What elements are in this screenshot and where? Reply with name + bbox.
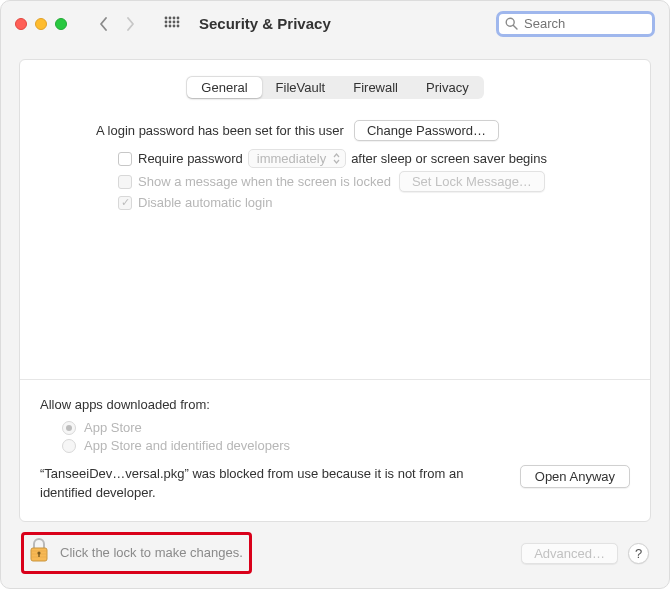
search-field[interactable]	[496, 11, 655, 37]
advanced-button: Advanced…	[521, 543, 618, 564]
svg-point-0	[165, 16, 168, 19]
search-input[interactable]	[524, 16, 646, 31]
titlebar: Security & Privacy	[1, 1, 669, 47]
svg-line-13	[513, 25, 517, 29]
after-sleep-label: after sleep or screen saver begins	[351, 151, 547, 166]
help-button[interactable]: ?	[628, 543, 649, 564]
require-password-delay-select: immediately	[248, 149, 346, 168]
preferences-window: Security & Privacy General FileVault Fir…	[0, 0, 670, 589]
tab-privacy[interactable]: Privacy	[412, 77, 483, 98]
svg-point-7	[177, 20, 180, 23]
radio-identified-devs	[62, 439, 76, 453]
require-password-delay-value: immediately	[257, 151, 326, 166]
allow-apps-section: Allow apps downloaded from: App Store Ap…	[40, 394, 630, 521]
svg-point-4	[165, 20, 168, 23]
svg-point-6	[173, 20, 176, 23]
lock-area-highlight: Click the lock to make changes.	[21, 532, 252, 574]
tab-firewall[interactable]: Firewall	[339, 77, 412, 98]
require-password-label: Require password	[138, 151, 243, 166]
svg-point-10	[173, 24, 176, 27]
show-message-checkbox	[118, 175, 132, 189]
svg-point-1	[169, 16, 172, 19]
zoom-window-button[interactable]	[55, 18, 67, 30]
back-button[interactable]	[93, 13, 115, 35]
svg-rect-19	[38, 553, 39, 557]
tab-general[interactable]: General	[187, 77, 261, 98]
search-icon	[505, 17, 518, 30]
svg-point-5	[169, 20, 172, 23]
radio-identified-devs-label: App Store and identified developers	[84, 438, 290, 453]
svg-point-8	[165, 24, 168, 27]
svg-point-9	[169, 24, 172, 27]
tab-filevault[interactable]: FileVault	[262, 77, 340, 98]
window-title: Security & Privacy	[199, 15, 331, 32]
footer: Click the lock to make changes. Advanced…	[1, 522, 669, 588]
allow-apps-heading: Allow apps downloaded from:	[40, 397, 210, 412]
radio-app-store-label: App Store	[84, 420, 142, 435]
divider	[20, 379, 650, 380]
close-window-button[interactable]	[15, 18, 27, 30]
minimize-window-button[interactable]	[35, 18, 47, 30]
disable-auto-login-label: Disable automatic login	[138, 195, 272, 210]
svg-point-3	[177, 16, 180, 19]
blocked-app-message: “TanseeiDev…versal.pkg” was blocked from…	[40, 465, 506, 503]
lock-icon[interactable]	[28, 537, 50, 567]
change-password-button[interactable]: Change Password…	[354, 120, 499, 141]
show-all-button[interactable]	[161, 13, 183, 35]
tab-bar: General FileVault Firewall Privacy	[40, 76, 630, 99]
svg-point-11	[177, 24, 180, 27]
require-password-checkbox[interactable]	[118, 152, 132, 166]
set-lock-message-button: Set Lock Message…	[399, 171, 545, 192]
forward-button[interactable]	[119, 13, 141, 35]
nav-buttons	[93, 13, 141, 35]
radio-app-store	[62, 421, 76, 435]
show-message-label: Show a message when the screen is locked	[138, 174, 391, 189]
disable-auto-login-checkbox	[118, 196, 132, 210]
svg-point-2	[173, 16, 176, 19]
content-area: General FileVault Firewall Privacy A log…	[1, 47, 669, 522]
chevron-updown-icon	[333, 153, 340, 164]
main-panel: General FileVault Firewall Privacy A log…	[19, 59, 651, 522]
window-controls	[15, 18, 67, 30]
lock-text: Click the lock to make changes.	[60, 545, 243, 560]
open-anyway-button[interactable]: Open Anyway	[520, 465, 630, 488]
login-password-label: A login password has been set for this u…	[96, 123, 344, 138]
login-password-section: A login password has been set for this u…	[40, 117, 630, 213]
